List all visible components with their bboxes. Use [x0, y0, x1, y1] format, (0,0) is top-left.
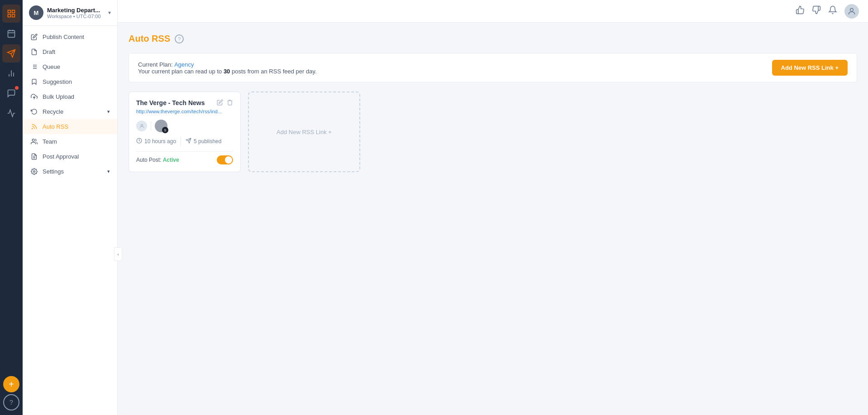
sidebar-item-label: Bulk Upload	[43, 93, 74, 100]
plan-text-prefix: Current Plan:	[138, 61, 174, 68]
auto-post-label: Auto Post: Active	[136, 157, 179, 163]
team-icon	[30, 138, 38, 145]
plan-text-suffix: posts from an RSS feed per day.	[230, 68, 316, 75]
plan-banner: Current Plan: Agency Your current plan c…	[129, 53, 857, 82]
nav-sidebar: M Marketing Depart... Workspace • UTC-07…	[23, 0, 118, 415]
sidebar-item-queue[interactable]: Queue	[23, 59, 117, 74]
bottom-icons: + ?	[3, 376, 19, 410]
last-fetched-stat: 10 hours ago	[136, 138, 176, 145]
notification-bell-icon[interactable]	[828, 5, 837, 17]
rss-status-row: Auto Post: Active	[136, 151, 233, 164]
help-circle-button[interactable]: ?	[175, 34, 184, 43]
message-badge	[15, 86, 19, 90]
settings-chevron-icon: ▾	[107, 169, 110, 174]
last-fetched-value: 10 hours ago	[144, 138, 176, 145]
workspace-chevron-icon: ▾	[108, 10, 111, 16]
sidebar-item-label: Recycle	[43, 108, 63, 115]
auto-post-toggle[interactable]	[217, 155, 233, 164]
published-stat: 5 published	[186, 138, 221, 145]
svg-point-21	[32, 139, 34, 141]
toggle-knob	[225, 156, 232, 164]
icon-sidebar: + ?	[0, 0, 23, 415]
rss-icon	[30, 123, 38, 130]
rss-card-title: The Verge - Tech News	[136, 99, 205, 106]
sidebar-item-recycle[interactable]: Recycle ▾	[23, 104, 117, 119]
svg-rect-4	[8, 30, 15, 37]
top-bar	[118, 0, 868, 23]
workspace-info: Marketing Depart... Workspace • UTC-07:0…	[47, 7, 105, 19]
published-value: 5 published	[194, 138, 221, 145]
sidebar-item-label: Draft	[43, 48, 55, 55]
sidebar-item-label: Auto RSS	[43, 123, 68, 130]
sidebar-item-label: Post Approval	[43, 153, 79, 160]
analytics-icon[interactable]	[2, 104, 20, 122]
svg-rect-2	[12, 14, 15, 17]
send-icon[interactable]	[2, 44, 20, 63]
sidebar-item-label: Team	[43, 138, 57, 145]
nav-section: Publish Content Draft Queue Suggestion B…	[23, 26, 117, 183]
sidebar-item-team[interactable]: Team	[23, 134, 117, 149]
draft-icon	[30, 48, 38, 55]
delete-rss-button[interactable]	[227, 99, 233, 107]
rss-grid: The Verge - Tech News http://www.theverg…	[129, 92, 857, 172]
sidebar-item-label: Suggestion	[43, 78, 72, 85]
edit-rss-button[interactable]	[217, 99, 223, 107]
sidebar-item-draft[interactable]: Draft	[23, 44, 117, 59]
user-placeholder-icon	[136, 121, 147, 131]
svg-point-25	[850, 8, 854, 11]
add-new-rss-link-button[interactable]: Add New RSS Link +	[772, 60, 848, 76]
settings-icon	[30, 168, 38, 175]
add-new-rss-card[interactable]: Add New RSS Link +	[248, 92, 360, 172]
svg-rect-3	[8, 14, 11, 17]
sidebar-item-post-approval[interactable]: Post Approval	[23, 149, 117, 164]
sidebar-item-label: Settings	[43, 168, 64, 175]
collapse-sidebar-button[interactable]: ‹	[114, 247, 122, 261]
home-icon[interactable]	[2, 5, 20, 23]
thumbs-down-icon[interactable]	[812, 5, 821, 17]
suggestion-icon	[30, 78, 38, 85]
chart-icon[interactable]	[2, 64, 20, 82]
content-area: Auto RSS ? Current Plan: Agency Your cur…	[118, 23, 868, 415]
recycle-chevron-icon: ▾	[107, 109, 110, 115]
help-button[interactable]: ?	[3, 394, 19, 410]
workspace-name: Marketing Depart...	[47, 7, 105, 14]
thumbs-up-icon[interactable]	[796, 5, 805, 17]
user-avatar[interactable]	[844, 4, 859, 19]
sidebar-item-settings[interactable]: Settings ▾	[23, 164, 117, 179]
bulk-upload-icon	[30, 93, 38, 100]
rss-card: The Verge - Tech News http://www.theverg…	[129, 92, 241, 172]
page-header: Auto RSS ?	[129, 34, 857, 44]
plan-text-mid: Your current plan can read up to	[138, 68, 224, 75]
add-workspace-button[interactable]: +	[3, 376, 19, 392]
svg-rect-0	[8, 10, 11, 13]
calendar-icon[interactable]	[2, 24, 20, 43]
rss-card-actions	[217, 99, 233, 107]
rss-url: http://www.theverge.com/tech/rss/ind...	[136, 109, 233, 114]
sidebar-item-auto-rss[interactable]: Auto RSS	[23, 119, 117, 134]
sidebar-item-publish-content[interactable]: Publish Content	[23, 29, 117, 44]
message-icon[interactable]	[2, 84, 20, 102]
published-icon	[186, 138, 191, 145]
sidebar-item-bulk-upload[interactable]: Bulk Upload	[23, 89, 117, 104]
queue-icon	[30, 63, 38, 70]
workspace-sub: Workspace • UTC-07:00	[47, 14, 105, 19]
sidebar-item-label: Queue	[43, 63, 60, 70]
plan-posts-count: 30	[224, 68, 230, 75]
rss-meta-row: S	[136, 120, 233, 132]
workspace-avatar: M	[29, 5, 43, 20]
plan-name: Agency	[174, 61, 194, 68]
add-new-card-label: Add New RSS Link +	[277, 129, 332, 135]
vertical-divider	[181, 137, 181, 146]
publish-icon	[30, 34, 38, 40]
svg-point-24	[33, 171, 35, 173]
recycle-icon	[30, 108, 38, 115]
svg-point-20	[32, 128, 32, 129]
sidebar-item-suggestion[interactable]: Suggestion	[23, 74, 117, 89]
workspace-selector[interactable]: M Marketing Depart... Workspace • UTC-07…	[23, 0, 117, 26]
avatar-badge: S	[162, 127, 168, 133]
post-approval-icon	[30, 153, 38, 160]
rss-stats-row: 10 hours ago 5 published	[136, 137, 233, 146]
page-title: Auto RSS	[129, 34, 170, 44]
svg-point-26	[141, 124, 143, 126]
plan-info: Current Plan: Agency Your current plan c…	[138, 61, 317, 75]
